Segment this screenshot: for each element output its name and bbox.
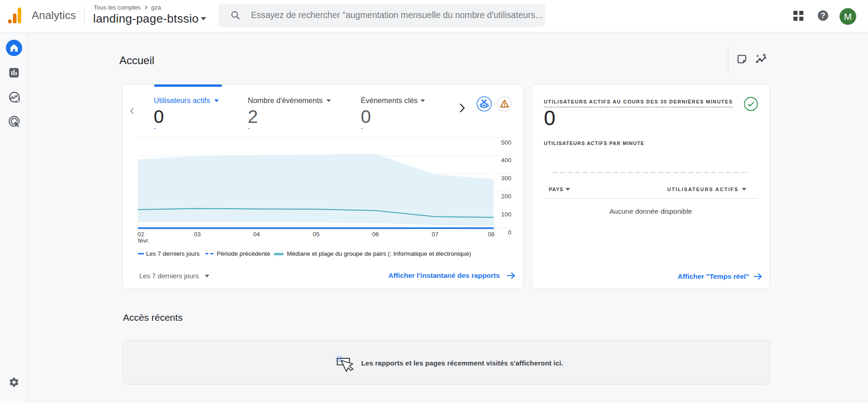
svg-text:200: 200 bbox=[501, 193, 511, 200]
svg-text:05: 05 bbox=[313, 231, 320, 238]
svg-text:03: 03 bbox=[194, 231, 201, 238]
svg-text:06: 06 bbox=[372, 231, 379, 238]
svg-text:08: 08 bbox=[488, 231, 495, 238]
svg-text:400: 400 bbox=[501, 157, 511, 164]
svg-text:04: 04 bbox=[253, 231, 260, 238]
svg-text:500: 500 bbox=[501, 139, 511, 146]
svg-text:0: 0 bbox=[508, 229, 511, 236]
svg-text:07: 07 bbox=[432, 231, 439, 238]
svg-text:100: 100 bbox=[501, 211, 511, 218]
svg-text:févr.: févr. bbox=[138, 237, 150, 244]
svg-text:300: 300 bbox=[501, 175, 511, 182]
